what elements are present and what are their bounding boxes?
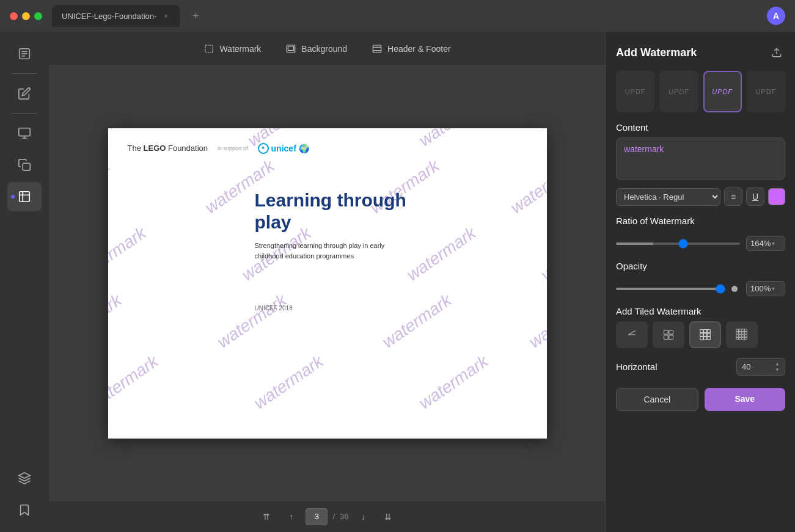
close-icon: × [164,13,167,20]
content-input[interactable]: watermark [616,137,785,180]
horizontal-input[interactable]: 40 ▲ ▼ [736,358,785,376]
increment-icon[interactable]: ▲ [775,361,780,366]
horizontal-label: Horizontal [616,362,658,372]
wm-style-4[interactable]: UPDF [747,71,785,112]
tiled-section-label: Add Tiled Watermark [616,306,785,316]
close-button[interactable] [10,12,18,20]
tiled-2x2-icon [662,329,675,341]
svg-rect-22 [704,330,707,333]
watermark-tab-icon [203,43,214,54]
wm-style-2[interactable]: UPDF [659,71,698,112]
tiled-options [616,321,785,348]
new-tab-button[interactable]: + [187,7,204,24]
sidebar-item-reader[interactable] [7,39,42,68]
sidebar-item-organize[interactable] [7,118,42,148]
tiled-option-3x3[interactable] [689,321,721,348]
sidebar-item-edit[interactable] [7,79,42,108]
minimize-button[interactable] [22,12,30,20]
reader-icon [18,47,31,60]
maximize-button[interactable] [34,12,42,20]
svg-rect-17 [664,330,669,335]
nav-next-page-button[interactable]: ↓ [354,507,373,527]
svg-rect-45 [745,338,747,340]
svg-rect-36 [742,332,744,334]
bookmark-icon [18,503,31,517]
tiled-option-single[interactable] [616,321,648,348]
svg-rect-4 [19,128,30,136]
pdf-content: The LEGO Foundation in support of ✦ unic… [108,128,547,439]
wm-style-1[interactable]: UPDF [616,71,654,112]
svg-rect-37 [745,332,747,334]
svg-rect-41 [745,335,747,337]
decrement-icon[interactable]: ▼ [775,367,780,373]
svg-rect-20 [669,335,673,340]
nav-prev-page-button[interactable]: ↑ [281,507,301,527]
svg-rect-26 [707,333,710,337]
opacity-section: Opacity 100% ▾ [616,261,785,296]
font-family-select[interactable]: Helvetica · Regul [616,188,720,206]
ratio-label: Ratio of Watermark [616,216,785,226]
pdf-subtitle: Strengthening learning through play in e… [255,241,389,262]
cancel-button[interactable]: Cancel [616,388,698,411]
unicef-logo: ✦ unicef 🌍 [258,143,309,154]
titlebar: UNICEF-Lego-Foundation- × + A [0,0,795,32]
pdf-header: The LEGO Foundation in support of ✦ unic… [108,128,547,161]
sidebar-divider-1 [12,73,37,74]
align-button[interactable]: ≡ [724,188,742,206]
font-row: Helvetica · Regul ≡ U [616,188,785,206]
page-number-input[interactable]: 3 [306,508,328,525]
ratio-section: Ratio of Watermark 164% ▾ [616,216,785,251]
save-button[interactable]: Save [705,388,786,411]
nav-total-pages: 36 [340,512,348,521]
ratio-slider[interactable] [616,242,740,245]
panel-export-button[interactable] [768,44,785,61]
edit-icon [18,87,31,100]
tab-close-button[interactable]: × [161,12,170,20]
tiled-option-2x2[interactable] [653,321,684,348]
watermark-tab-button[interactable]: Watermark [191,38,273,59]
svg-rect-11 [373,45,381,53]
svg-rect-28 [704,337,707,340]
svg-rect-24 [700,333,703,337]
horizontal-stepper[interactable]: ▲ ▼ [775,361,780,373]
lego-logo: The LEGO Foundation [128,144,208,153]
sidebar-item-copy[interactable] [7,150,42,180]
underline-icon: U [752,192,758,202]
opacity-value: 100% ▾ [746,281,785,296]
color-picker-button[interactable] [768,188,785,205]
svg-rect-40 [742,335,744,337]
sidebar-divider-2 [12,113,37,114]
opacity-dropdown-icon[interactable]: ▾ [772,285,775,292]
unicef-circle-icon: ✦ [258,143,269,154]
sidebar-item-layers[interactable] [7,464,42,493]
wm-style-3[interactable]: UPDF [703,71,742,112]
svg-rect-33 [745,329,747,332]
toolbar: Watermark Background Header & Footer [49,32,606,66]
underline-button[interactable]: U [746,188,764,206]
ratio-dropdown-icon[interactable]: ▾ [772,240,775,247]
svg-rect-30 [736,329,739,332]
opacity-slider[interactable] [616,288,725,290]
nav-first-page-button[interactable]: ⇈ [257,507,276,527]
tab[interactable]: UNICEF-Lego-Foundation- × [52,5,180,27]
page-view: watermark watermark watermark watermark … [49,66,606,500]
avatar[interactable]: A [767,7,785,25]
sidebar-item-watermark[interactable] [7,182,42,211]
sidebar-item-bookmark[interactable] [7,495,42,525]
nav-last-page-button[interactable]: ⇊ [378,507,398,527]
watermark-tab-label: Watermark [219,44,261,54]
panel-header: Add Watermark [616,44,785,61]
svg-rect-42 [736,338,739,340]
background-tab-button[interactable]: Background [273,38,359,59]
main-layout: Watermark Background Header & Footer [0,32,795,532]
last-page-icon: ⇊ [384,512,392,522]
tiled-3x3-icon [699,329,711,341]
svg-rect-19 [664,335,669,340]
header-footer-tab-button[interactable]: Header & Footer [359,38,463,59]
panel-title: Add Watermark [616,46,697,59]
add-icon: + [192,10,199,23]
content-section: Content watermark Helvetica · Regul ≡ U [616,122,785,206]
svg-rect-10 [288,46,294,51]
tiled-option-4x4[interactable] [726,321,758,348]
svg-rect-43 [739,338,741,340]
